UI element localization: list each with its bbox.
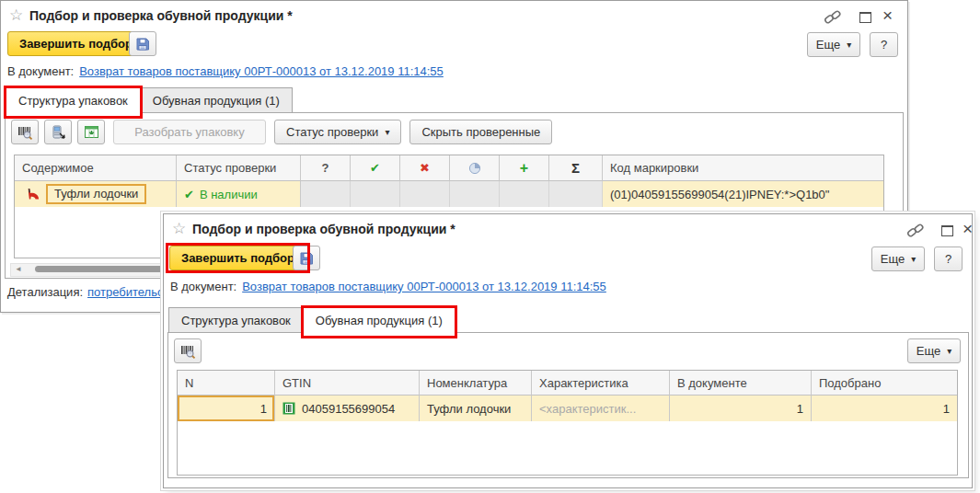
save-button[interactable] xyxy=(293,246,320,270)
tab-packing-structure-label: Структура упаковок xyxy=(181,314,291,327)
shoe-toolbar xyxy=(174,338,202,363)
cell-pending[interactable] xyxy=(450,181,500,207)
gtin-barcode-icon xyxy=(282,402,295,415)
cell-cross[interactable] xyxy=(400,181,450,207)
col-pending-icon[interactable] xyxy=(450,155,500,181)
maximize-button[interactable] xyxy=(859,12,871,23)
check-status-dropdown[interactable]: Статус проверки ▾ xyxy=(274,120,401,144)
maximize-button[interactable] xyxy=(941,225,953,236)
sigma-icon: Σ xyxy=(571,160,580,176)
shoe-products-panel: Еще ▾ N GTIN Номенклатура Характеристика… xyxy=(167,332,969,478)
question-icon: ? xyxy=(322,161,329,175)
cell-in-document[interactable]: 1 xyxy=(670,396,812,421)
document-link[interactable]: Возврат товаров поставщику 00РТ-000013 о… xyxy=(242,280,606,293)
col-gtin[interactable]: GTIN xyxy=(275,371,420,396)
col-selected[interactable]: Подобрано xyxy=(812,371,957,396)
document-label: В документ: xyxy=(170,280,236,293)
hide-checked-button[interactable]: Скрыть проверенные xyxy=(409,120,552,144)
check-icon: ✔ xyxy=(370,161,380,175)
shoe-table-header: N GTIN Номенклатура Характеристика В док… xyxy=(178,371,957,396)
help-button[interactable]: ? xyxy=(870,32,898,57)
more-button[interactable]: Еще ▾ xyxy=(871,246,925,271)
load-from-table-button[interactable] xyxy=(77,120,105,144)
col-marking-code[interactable]: Код маркировки xyxy=(603,155,883,181)
finish-selection-button[interactable]: Завершить подбор xyxy=(169,246,306,270)
cross-icon: ✖ xyxy=(420,161,430,175)
pie-status-icon xyxy=(468,162,481,175)
window-title: Подбор и проверка обувной продукции * xyxy=(29,8,293,23)
plus-icon: + xyxy=(520,160,528,177)
copy-link-icon[interactable] xyxy=(823,9,843,29)
cell-sigma[interactable] xyxy=(549,181,603,207)
cell-selected[interactable]: 1 xyxy=(812,396,957,421)
more-label: Еще xyxy=(816,38,840,52)
col-n[interactable]: N xyxy=(178,371,275,396)
spreadsheet-import-icon xyxy=(84,125,99,139)
finish-selection-label: Завершить подбор xyxy=(181,251,294,265)
col-cross-icon[interactable]: ✖ xyxy=(400,155,450,181)
cell-marking-code[interactable]: (01)04059155699054(21)IPNEY:*>Q1b0" xyxy=(603,181,883,207)
data-collection-terminal-icon xyxy=(51,125,66,140)
high-heel-shoe-icon xyxy=(26,188,40,201)
document-link[interactable]: Возврат товаров поставщику 00РТ-000013 о… xyxy=(79,64,444,78)
chevron-down-icon: ▾ xyxy=(947,347,951,356)
col-check-status[interactable]: Статус проверки xyxy=(177,155,301,181)
floppy-disk-icon xyxy=(135,37,150,52)
disassemble-package-button[interactable]: Разобрать упаковку xyxy=(113,120,266,144)
detail-label: Детализация: xyxy=(7,285,83,299)
finish-selection-button[interactable]: Завершить подбор xyxy=(7,31,144,56)
tab-strip: Структура упаковок Обувная продукция (1) xyxy=(168,307,455,333)
chevron-down-icon: ▾ xyxy=(847,40,851,50)
cell-characteristic[interactable]: <характеристик... xyxy=(532,396,670,421)
panel-more-label: Еще xyxy=(917,344,940,358)
col-check-icon[interactable]: ✔ xyxy=(351,155,400,181)
cell-content[interactable]: Туфли лодочки xyxy=(15,181,177,207)
col-question-icon[interactable]: ? xyxy=(301,155,351,181)
col-plus-icon[interactable]: + xyxy=(500,155,549,181)
cell-gtin[interactable]: 04059155699054 xyxy=(275,396,420,421)
packing-table-header: Содержимое Статус проверки ? ✔ ✖ xyxy=(15,155,883,181)
packing-table-row[interactable]: Туфли лодочки ✔ В наличии (01)0405915569… xyxy=(15,181,883,207)
scan-barcode-button[interactable] xyxy=(174,338,202,363)
col-in-document[interactable]: В документе xyxy=(670,371,812,396)
scroll-left-arrow-icon[interactable]: ◄ xyxy=(15,266,22,273)
cell-question[interactable] xyxy=(301,181,351,207)
tab-packing-structure[interactable]: Структура упаковок xyxy=(6,87,141,113)
cell-status[interactable]: ✔ В наличии xyxy=(177,181,301,207)
help-button[interactable]: ? xyxy=(934,246,963,271)
cell-plus[interactable] xyxy=(500,181,549,207)
cell-nomenclature[interactable]: Туфли лодочки xyxy=(420,396,532,421)
tab-shoe-products-label: Обувная продукция (1) xyxy=(153,94,280,108)
more-label: Еще xyxy=(881,252,905,266)
check-status-label: Статус проверки xyxy=(286,125,378,139)
detail-link[interactable]: потребительс xyxy=(87,285,163,299)
col-nomenclature[interactable]: Номенклатура xyxy=(420,371,532,396)
shoe-table-row[interactable]: 1 04059155699054 Туфли лодочки <характер… xyxy=(178,396,957,421)
status-check-icon: ✔ xyxy=(184,189,194,201)
close-button[interactable]: × xyxy=(963,220,973,237)
cell-check[interactable] xyxy=(351,181,400,207)
col-characteristic[interactable]: Характеристика xyxy=(532,371,670,396)
col-sigma-icon[interactable]: Σ xyxy=(549,155,603,181)
scan-barcode-button[interactable] xyxy=(11,120,39,144)
barcode-scan-icon xyxy=(179,344,196,359)
tab-shoe-products[interactable]: Обувная продукция (1) xyxy=(140,87,293,113)
save-button[interactable] xyxy=(129,31,156,56)
favorite-star-icon[interactable]: ☆ xyxy=(172,221,186,236)
data-terminal-button[interactable] xyxy=(44,120,72,144)
cell-n[interactable]: 1 xyxy=(178,396,275,421)
packing-toolbar: Разобрать упаковку Статус проверки ▾ Скр… xyxy=(11,120,552,144)
tab-packing-structure-label: Структура упаковок xyxy=(18,94,128,108)
panel-more-button[interactable]: Еще ▾ xyxy=(907,338,961,363)
tab-packing-structure[interactable]: Структура упаковок xyxy=(168,307,304,333)
barcode-scan-icon xyxy=(17,125,33,140)
window-shoe-products: ☆ Подбор и проверка обувной продукции * … xyxy=(163,213,973,488)
tab-shoe-products[interactable]: Обувная продукция (1) xyxy=(303,307,455,333)
close-button[interactable]: × xyxy=(882,6,893,24)
copy-link-icon[interactable] xyxy=(905,223,926,242)
favorite-star-icon[interactable]: ☆ xyxy=(9,7,23,23)
shoe-products-table: N GTIN Номенклатура Характеристика В док… xyxy=(177,370,958,476)
more-button[interactable]: Еще ▾ xyxy=(807,32,860,57)
tab-shoe-products-label: Обувная продукция (1) xyxy=(316,314,443,327)
col-content[interactable]: Содержимое xyxy=(15,155,177,181)
